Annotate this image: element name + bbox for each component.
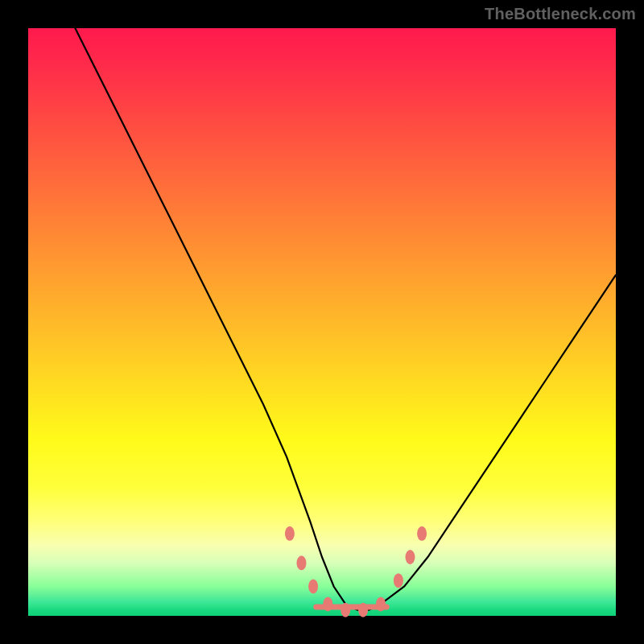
marker-left-upper (285, 526, 295, 541)
outer-frame: TheBottleneck.com (0, 0, 644, 644)
chart-svg (28, 28, 616, 616)
marker-group (285, 526, 427, 617)
marker-bottom-3 (358, 603, 368, 617)
marker-left-low (308, 580, 318, 594)
marker-bottom-2 (341, 603, 350, 617)
bottleneck-curve (75, 28, 616, 610)
marker-right-mid (406, 550, 415, 564)
marker-right-upper (417, 526, 427, 541)
marker-bottom-4 (376, 597, 386, 611)
marker-left-mid (297, 555, 307, 570)
watermark-text: TheBottleneck.com (485, 5, 636, 23)
marker-right-low (394, 573, 403, 588)
marker-bottom-1 (323, 597, 332, 611)
